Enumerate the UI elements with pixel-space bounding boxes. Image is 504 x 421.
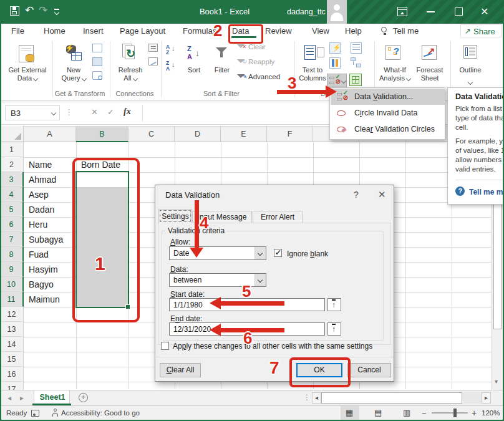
zoom-in-icon[interactable]: +	[472, 408, 477, 418]
cell-a4[interactable]: Asep	[26, 187, 49, 202]
close-button[interactable]: ✕	[480, 6, 488, 17]
reapply-filter-button[interactable]: ↻ Reapply	[237, 57, 287, 69]
column-header-e[interactable]: E	[221, 126, 267, 142]
view-normal-button[interactable]: ▦	[341, 406, 359, 420]
ribbon-tab-review[interactable]: Review	[265, 26, 292, 36]
row-header-9[interactable]: 9	[0, 262, 24, 277]
relationships-icon[interactable]	[351, 57, 362, 69]
ribbon-tab-formulas[interactable]: Formulas	[183, 26, 216, 36]
undo-icon[interactable]: ↶	[25, 4, 34, 17]
data-dropdown[interactable]: between	[169, 273, 266, 287]
ribbon-tab-page-layout[interactable]: Page Layout	[120, 26, 165, 36]
column-header-f[interactable]: F	[267, 126, 313, 142]
column-header-a[interactable]: A	[24, 126, 76, 142]
tell-me-more-link[interactable]: Tell me mo	[469, 188, 504, 196]
zoom-level[interactable]: 120%	[482, 409, 500, 417]
sort-asc-icon[interactable]: AZ ↓	[165, 44, 178, 56]
remove-duplicates-icon[interactable]	[329, 57, 341, 69]
cell-a8[interactable]: Fuad	[26, 247, 49, 262]
consolidate-icon[interactable]	[351, 42, 362, 54]
cancel-button[interactable]: Cancel	[347, 363, 391, 377]
row-header-14[interactable]: 14	[0, 337, 24, 352]
cell-a7[interactable]: Subagya	[26, 232, 63, 247]
apply-changes-checkbox[interactable]	[161, 342, 169, 350]
cell-a11[interactable]: Maimun	[26, 292, 60, 307]
tab-bar-dots-icon[interactable]: ⋮	[303, 393, 311, 402]
menu-item-data-validation[interactable]: ✓⊘Data Validation...	[331, 89, 445, 105]
edit-links-icon[interactable]	[148, 57, 158, 65]
row-header-7[interactable]: 7	[0, 232, 24, 247]
new-sheet-button[interactable]: +	[79, 393, 88, 402]
row-header-5[interactable]: 5	[0, 202, 24, 217]
user-name[interactable]: dadang_ttc	[287, 7, 326, 16]
dialog-help-icon[interactable]: ?	[354, 190, 359, 200]
scroll-down-icon[interactable]: ▾	[495, 378, 498, 385]
row-header-1[interactable]: 1	[0, 142, 24, 157]
row-header-10[interactable]: 10	[0, 277, 24, 292]
sheet-nav-left-icon[interactable]: ◂	[7, 394, 11, 402]
hscroll-track[interactable]	[462, 392, 482, 404]
dialog-tab-settings[interactable]: Settings	[158, 209, 192, 223]
from-table-icon[interactable]	[92, 57, 102, 66]
formula-cancel-icon[interactable]: ✕	[91, 107, 98, 117]
row-header-16[interactable]: 16	[0, 367, 24, 382]
row-header-4[interactable]: 4	[0, 187, 24, 202]
menu-item-clear-validation-circles[interactable]: Clear Validation Circles	[331, 121, 445, 137]
dialog-tab-error-alert[interactable]: Error Alert	[253, 211, 303, 223]
maximize-button[interactable]	[452, 5, 466, 19]
redo-icon[interactable]: ↷	[39, 4, 47, 17]
cell-a2[interactable]: Name	[26, 157, 52, 172]
flash-fill-icon[interactable]: ⚡	[329, 42, 341, 54]
ignore-blank-checkbox[interactable]: ✓	[274, 249, 282, 257]
row-header-11[interactable]: 11	[0, 292, 24, 307]
hscroll-left-button[interactable]: ◂	[312, 392, 321, 404]
ribbon-display-options-icon[interactable]	[397, 7, 407, 16]
end-date-collapse-button[interactable]: ↑	[327, 322, 341, 336]
ribbon-tab-file[interactable]: File	[11, 26, 24, 36]
row-header-3[interactable]: 3	[0, 172, 24, 187]
data-validation-dropdown-icon[interactable]	[341, 79, 346, 84]
tell-me-label[interactable]: Tell me	[393, 26, 419, 36]
data-dropdown-icon[interactable]	[254, 274, 266, 286]
column-header-c[interactable]: C	[128, 126, 175, 142]
ribbon-tab-view[interactable]: View	[312, 26, 329, 36]
minimize-button[interactable]	[424, 5, 438, 19]
row-header-12[interactable]: 12	[0, 307, 24, 322]
formula-enter-icon[interactable]: ✓	[107, 107, 114, 117]
clear-all-button[interactable]: Clear All	[160, 363, 201, 377]
name-box-dropdown-icon[interactable]	[51, 110, 56, 115]
ribbon-tab-home[interactable]: Home	[44, 26, 65, 36]
cell-a9[interactable]: Hasyim	[26, 262, 58, 277]
quick-access-customize-icon[interactable]	[54, 9, 60, 15]
cell-a5[interactable]: Dadan	[26, 202, 54, 217]
row-header-6[interactable]: 6	[0, 217, 24, 232]
advanced-filter-button[interactable]: ✎ Advanced	[237, 72, 287, 84]
zoom-out-icon[interactable]: −	[422, 409, 427, 418]
name-box[interactable]: B3	[5, 105, 60, 120]
menu-item-circle-invalid-data[interactable]: Circle Invalid Data	[331, 105, 445, 121]
row-header-8[interactable]: 8	[0, 247, 24, 262]
row-header-2[interactable]: 2	[0, 157, 24, 172]
ribbon-tab-insert[interactable]: Insert	[83, 26, 104, 36]
manage-data-model-icon[interactable]	[349, 74, 362, 86]
hscroll-right-button[interactable]: ▸	[482, 392, 491, 404]
sort-desc-icon[interactable]: ZA ↓	[165, 60, 178, 72]
zoom-slider-track[interactable]	[432, 412, 468, 414]
sheet-nav-right-icon[interactable]: ▸	[20, 394, 24, 402]
cell-a10[interactable]: Bagyo	[26, 277, 54, 292]
show-queries-icon[interactable]	[92, 44, 102, 52]
cell-a3[interactable]: Ahmad	[26, 172, 56, 187]
recent-sources-icon[interactable]	[92, 71, 102, 80]
clear-filter-button[interactable]: ✕ Clear	[237, 42, 287, 54]
dialog-close-icon[interactable]: ✕	[378, 189, 386, 200]
ribbon-tab-help[interactable]: Help	[345, 26, 362, 36]
allow-dropdown[interactable]: Date	[169, 246, 266, 260]
save-icon[interactable]	[10, 6, 19, 16]
zoom-slider-handle[interactable]	[453, 409, 457, 417]
accessibility-status[interactable]: Accessibility: Good to go	[61, 409, 140, 417]
formula-bar-dots-icon[interactable]: ⋮	[65, 107, 73, 117]
view-page-layout-button[interactable]: ▤	[369, 406, 388, 420]
insert-function-icon[interactable]: fx	[124, 107, 131, 117]
allow-dropdown-icon[interactable]	[254, 247, 266, 259]
column-header-b[interactable]: B	[76, 126, 128, 142]
